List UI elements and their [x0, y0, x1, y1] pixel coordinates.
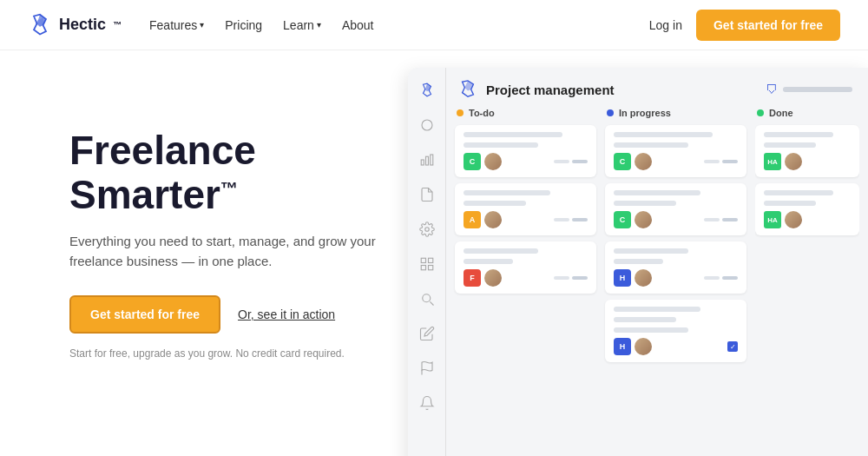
sidebar-grid-icon[interactable] [417, 254, 437, 274]
nav-about[interactable]: About [342, 18, 374, 32]
card-avatars: HA [764, 153, 802, 170]
sidebar-bar-chart-icon[interactable] [417, 149, 437, 170]
navbar-right: Log in Get started for free [649, 10, 840, 41]
card-bar [764, 190, 833, 195]
logo[interactable]: Hectic™ [28, 13, 122, 37]
card-check: ✓ [727, 341, 738, 352]
see-action-link[interactable]: Or, see it in action [238, 307, 335, 321]
dash [554, 160, 569, 163]
svg-rect-6 [428, 258, 432, 262]
hero-left: Freelance Smarter™ Everything you need t… [69, 102, 434, 360]
navbar-cta-button[interactable]: Get started for free [696, 10, 840, 41]
avatar-photo [635, 269, 652, 287]
card-footer: HA [764, 211, 851, 228]
card-bar [464, 132, 562, 137]
sidebar-flag-icon[interactable] [417, 358, 437, 379]
sidebar-document-icon[interactable] [417, 184, 437, 205]
mock-title: Project management [486, 83, 615, 97]
avatar-badge-c2: C [614, 153, 631, 170]
col-label-todo: To-do [469, 108, 495, 118]
avatar-photo [635, 211, 652, 228]
card-dashes [554, 218, 588, 221]
card-bar [614, 259, 663, 264]
kanban-column-todo: To-do C [455, 108, 596, 456]
avatar-photo [635, 153, 652, 170]
kanban-card: HA [755, 125, 859, 177]
sidebar-edit-icon[interactable] [417, 323, 437, 344]
svg-rect-5 [421, 258, 425, 262]
card-bar [464, 142, 538, 148]
avatar-photo [635, 338, 652, 355]
card-bar [764, 132, 833, 137]
sidebar-settings-icon[interactable] [417, 219, 437, 240]
card-footer: C [614, 153, 738, 170]
dash [554, 218, 569, 221]
card-dashes [554, 160, 588, 163]
card-bar [614, 132, 713, 137]
sidebar-circle-icon[interactable] [417, 115, 437, 135]
nav-pricing[interactable]: Pricing [225, 18, 262, 32]
kanban-card: C [605, 183, 746, 235]
dash [704, 218, 720, 221]
svg-rect-7 [421, 266, 425, 270]
mock-header: Project management ⛉ [446, 68, 868, 108]
mock-main: Project management ⛉ To-do [446, 68, 868, 456]
logo-icon [28, 13, 52, 37]
kanban-column-done: Done HA [755, 108, 859, 456]
card-bar [464, 190, 550, 195]
dash [722, 218, 738, 221]
kanban-card: A [455, 183, 596, 235]
dash [554, 276, 569, 280]
checkbox-icon: ✓ [727, 341, 738, 352]
avatar-photo [484, 153, 502, 170]
trademark-icon: ™ [220, 178, 238, 197]
avatar-photo [484, 269, 502, 287]
mock-sidebar [408, 68, 446, 456]
card-footer: H [614, 269, 738, 287]
card-avatars: C [464, 153, 502, 170]
mock-filter: ⛉ [766, 83, 852, 96]
card-bar [614, 201, 676, 206]
avatar-badge-a: A [464, 211, 481, 228]
card-bar [464, 259, 513, 264]
card-bar [614, 317, 676, 322]
dash [704, 276, 720, 280]
login-button[interactable]: Log in [649, 18, 682, 32]
card-dashes [554, 276, 588, 280]
hero-buttons: Get started for free Or, see it in actio… [69, 295, 434, 334]
kanban-board: To-do C [446, 108, 868, 456]
svg-point-4 [424, 228, 429, 232]
hero-cta-button[interactable]: Get started for free [69, 295, 220, 334]
svg-point-9 [422, 294, 430, 302]
check-mark: ✓ [730, 343, 736, 351]
chevron-icon: ▾ [200, 20, 204, 30]
card-dashes [704, 218, 738, 221]
avatar-photo [785, 211, 802, 228]
avatar-badge-ha2: HA [764, 211, 781, 228]
nav-features[interactable]: Features ▾ [149, 18, 204, 32]
card-footer: HA [764, 153, 851, 170]
sidebar-search-icon[interactable] [417, 288, 437, 309]
avatar-badge-c: C [464, 153, 481, 170]
avatar-badge-h2: H [614, 338, 631, 355]
nav-learn[interactable]: Learn ▾ [283, 18, 321, 32]
app-mockup: Project management ⛉ To-do [408, 68, 868, 456]
card-bar [464, 248, 538, 254]
svg-point-0 [422, 120, 432, 130]
card-avatars: C [614, 211, 652, 228]
hero-title: Freelance Smarter™ [69, 129, 434, 216]
sidebar-bell-icon[interactable] [417, 393, 437, 413]
card-footer: F [464, 269, 588, 287]
hero-section: Freelance Smarter™ Everything you need t… [0, 50, 868, 456]
svg-rect-1 [421, 160, 424, 165]
col-header-done: Done [755, 108, 859, 118]
kanban-card: C [605, 125, 746, 177]
dash [572, 276, 588, 280]
dash [572, 218, 588, 221]
filter-icon: ⛉ [766, 83, 778, 96]
card-bar [614, 248, 688, 254]
avatar-badge-h: H [614, 269, 631, 287]
card-bar [764, 142, 816, 148]
svg-rect-8 [428, 266, 432, 270]
kanban-card: H ✓ [605, 300, 746, 362]
